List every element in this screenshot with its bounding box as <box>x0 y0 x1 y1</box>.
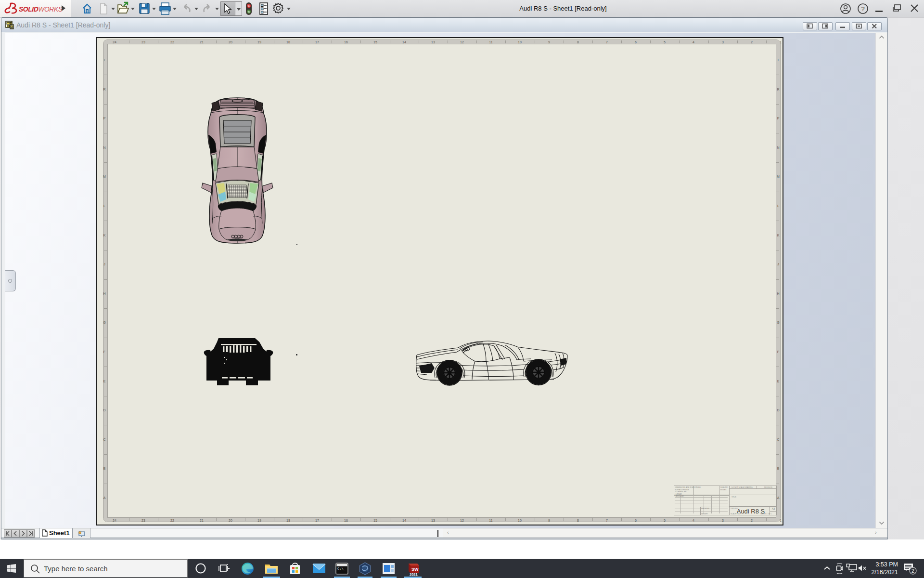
svg-text:?: ? <box>861 5 864 13</box>
svg-text:2: 2 <box>911 568 914 574</box>
svg-text:2021: 2021 <box>410 572 418 576</box>
svg-text:SW: SW <box>411 567 419 572</box>
svg-text:C:\_: C:\_ <box>337 567 346 571</box>
